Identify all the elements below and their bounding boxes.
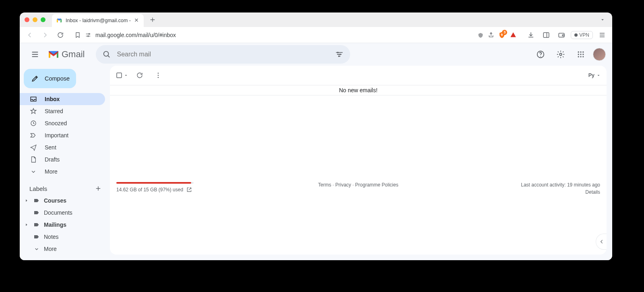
url-bar[interactable]: mail.google.com/mail/u/0/#inbox 3 [70,29,522,41]
nav-label: Snoozed [45,120,67,126]
titlebar: Inbox - laidrivm@gmail.com - [20,12,612,27]
search-bar[interactable] [96,45,350,64]
label-notes[interactable]: Notes [20,231,110,243]
brave-rewards-icon[interactable] [510,31,517,39]
back-button[interactable] [24,29,36,41]
vpn-status-icon [574,33,578,37]
chevron-down-icon [29,168,37,175]
reader-mode-icon[interactable] [477,32,484,38]
dropdown-icon [124,73,128,78]
svg-point-25 [158,77,159,78]
gmail-logo[interactable]: Gmail [48,49,85,60]
storage-text: 14.62 GB of 15 GB (97%) used [116,187,183,193]
expand-icon[interactable] [24,223,29,227]
chevron-down-icon [33,246,41,252]
browser-tab[interactable]: Inbox - laidrivm@gmail.com - [52,14,144,27]
nav-label: Inbox [45,96,60,102]
nav-important[interactable]: Important [20,129,105,141]
nav-snoozed[interactable]: Snoozed [20,117,105,129]
input-tools-button[interactable]: Py [588,72,601,78]
settings-button[interactable] [553,46,569,62]
label-more[interactable]: More [20,243,110,255]
browser-toolbar: mail.google.com/mail/u/0/#inbox 3 [20,27,612,43]
wallet-icon[interactable] [555,29,568,41]
inbox-icon [29,95,37,103]
policies-link[interactable]: Programme Policies [355,182,398,188]
show-side-panel-button[interactable] [596,234,607,250]
share-icon[interactable] [488,32,494,38]
gmail-app: Gmail [20,43,612,260]
browser-menu-icon[interactable] [596,29,608,41]
more-mail-button[interactable] [151,68,165,83]
clock-icon [29,120,37,127]
svg-point-7 [339,54,341,55]
search-icon[interactable] [102,50,111,59]
tab-title: Inbox - laidrivm@gmail.com - [66,18,131,23]
nav-sent[interactable]: Sent [20,141,105,153]
maximize-window-button[interactable] [41,17,45,22]
select-all[interactable] [116,72,128,79]
activity-details-link[interactable]: Details [585,189,600,195]
nav-label: Starred [45,108,63,114]
privacy-link[interactable]: Privacy [335,182,351,188]
gmail-favicon-icon [56,17,62,24]
activity-text: Last account activity: 19 minutes ago [521,182,600,188]
svg-point-23 [158,72,159,74]
svg-point-19 [580,56,581,57]
downloads-icon[interactable] [525,29,537,41]
forward-button[interactable] [39,29,51,41]
star-icon [29,108,37,115]
svg-point-1 [88,35,89,37]
nav-starred[interactable]: Starred [20,105,105,117]
sidebar-toggle-icon[interactable] [540,29,552,41]
google-apps-button[interactable] [573,46,589,62]
nav-more[interactable]: More [20,166,105,178]
svg-point-16 [580,54,581,55]
reload-button[interactable] [54,29,66,41]
main-menu-button[interactable] [26,46,44,63]
close-window-button[interactable] [25,17,29,22]
tab-overflow-button[interactable] [598,15,607,25]
svg-point-12 [578,52,579,53]
label-courses[interactable]: Courses [20,195,110,207]
window-controls [25,17,45,22]
new-tab-button[interactable] [147,14,158,25]
support-button[interactable] [533,46,549,62]
terms-link[interactable]: Terms [318,182,331,188]
expand-icon[interactable] [24,199,29,203]
svg-point-13 [580,52,581,53]
bookmark-icon[interactable] [74,32,81,38]
important-icon [29,132,37,139]
brave-shields-icon[interactable]: 3 [498,31,506,39]
label-text: Documents [44,209,72,216]
nav-label: More [45,168,58,175]
mail-footer: 14.62 GB of 15 GB (97%) used Terms · Pri… [116,182,600,193]
empty-inbox-message: No new emails! [110,85,607,95]
search-input[interactable] [117,51,329,58]
label-text: Mailings [44,222,66,228]
account-avatar[interactable] [593,48,606,61]
open-storage-icon[interactable] [186,187,192,193]
nav-inbox[interactable]: Inbox [20,93,105,105]
label-icon [33,222,41,228]
input-tool-label: Py [588,72,594,78]
svg-point-0 [89,33,90,35]
vpn-button[interactable]: VPN [571,31,593,39]
minimize-window-button[interactable] [33,17,37,22]
svg-point-11 [559,53,562,56]
svg-point-18 [578,56,579,57]
dropdown-icon [596,73,601,78]
label-icon [33,209,41,216]
label-documents[interactable]: Documents [20,207,110,219]
compose-button[interactable]: Compose [24,69,76,88]
svg-point-15 [578,54,579,55]
nav-drafts[interactable]: Drafts [20,153,105,166]
sent-icon [29,144,37,151]
label-mailings[interactable]: Mailings [20,219,110,231]
close-tab-icon[interactable] [134,18,140,23]
refresh-mail-button[interactable] [132,68,147,83]
mail-panel: Py No new emails! 14.62 GB of 15 GB (97%… [110,66,607,255]
site-settings-icon[interactable] [85,32,91,38]
add-label-button[interactable] [95,185,102,192]
search-options-icon[interactable] [335,50,344,59]
